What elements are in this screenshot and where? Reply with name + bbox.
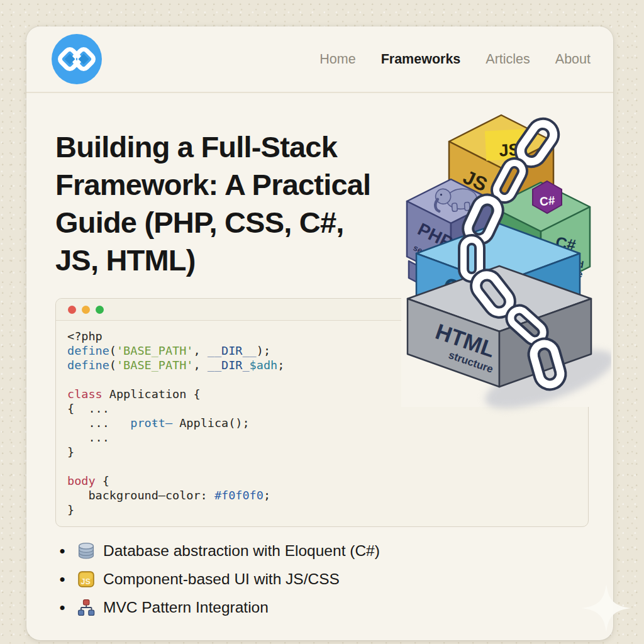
svg-text:C#: C# xyxy=(539,194,556,208)
page-background: Home Frameworks Articles About Building … xyxy=(0,0,644,644)
bullet-dot: • xyxy=(55,542,69,560)
list-item: • JS Component-based UI with JS/CSS xyxy=(55,570,613,588)
brand-logo-icon[interactable] xyxy=(52,34,102,84)
feature-text: Database abstraction with Eloquent (C#) xyxy=(103,542,380,560)
bullet-dot: • xyxy=(55,599,69,616)
sparkle-icon xyxy=(582,584,631,633)
nav-item-about[interactable]: About xyxy=(555,52,591,67)
feature-text: MVC Pattern Integration xyxy=(103,599,269,616)
svg-text:JS: JS xyxy=(81,577,91,586)
feature-list: • Database abstraction with Eloquent (C#… xyxy=(55,542,613,616)
flowchart-icon xyxy=(77,599,95,616)
bullet-dot: • xyxy=(55,570,69,588)
title-line: Building a Full-Stack xyxy=(55,128,420,166)
close-button[interactable] xyxy=(68,306,76,314)
feature-text: Component-based UI with JS/CSS xyxy=(103,570,340,588)
title-line: Framework: A Practical xyxy=(55,166,420,204)
site-header: Home Frameworks Articles About xyxy=(26,26,613,93)
database-icon xyxy=(77,542,95,560)
minimize-button[interactable] xyxy=(82,306,90,314)
js-badge-icon: JS xyxy=(77,570,95,588)
maximize-button[interactable] xyxy=(96,306,104,314)
title-line: JS, HTML) xyxy=(55,242,420,279)
list-item: • MVC Pattern Integration xyxy=(55,599,613,616)
main-nav: Home Frameworks Articles About xyxy=(319,52,591,67)
nav-item-frameworks[interactable]: Frameworks xyxy=(381,52,461,67)
list-item: • Database abstraction with Eloquent (C#… xyxy=(55,542,613,560)
nav-item-home[interactable]: Home xyxy=(319,52,355,67)
title-line: Guide (PHP, CSS, C#, xyxy=(55,204,420,242)
nav-item-articles[interactable]: Articles xyxy=(486,52,530,67)
tech-stack-illustration: JS JS interactivity PHP server-side xyxy=(385,104,611,421)
page-title: Building a Full-Stack Framework: A Pract… xyxy=(55,128,420,279)
